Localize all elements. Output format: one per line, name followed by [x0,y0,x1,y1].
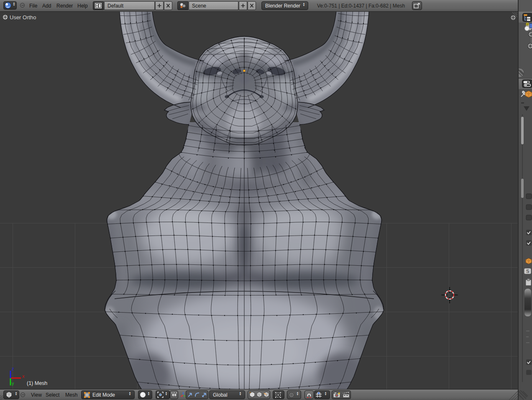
svg-text:x: x [22,374,25,379]
svg-text:z: z [12,366,14,371]
svg-text:S: S [526,269,529,274]
svg-text:User Ortho: User Ortho [10,14,36,21]
svg-text:y: y [12,381,14,386]
svg-text:(1) Mesh: (1) Mesh [27,380,47,386]
